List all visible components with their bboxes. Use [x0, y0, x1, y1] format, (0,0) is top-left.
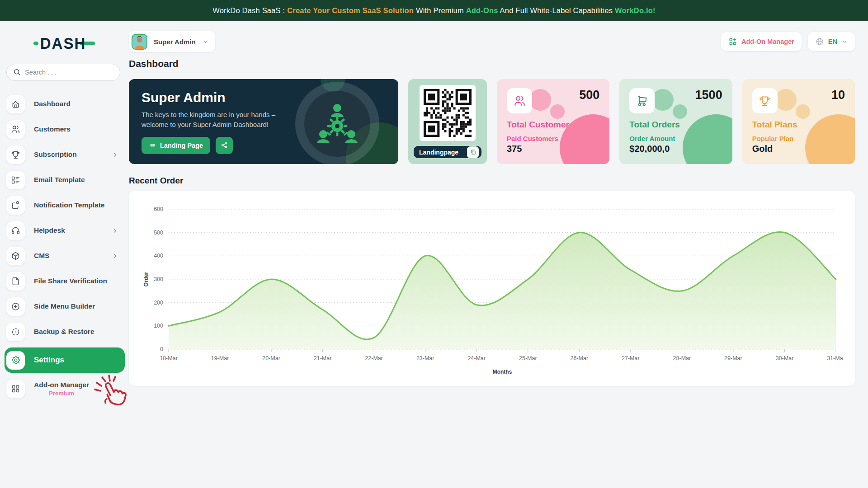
sidebar-item-label: Customers — [34, 125, 125, 133]
dash-logo[interactable]: DASH — [0, 35, 128, 52]
svg-text:200: 200 — [154, 300, 163, 306]
sidebar-item-label: Settings — [34, 356, 125, 365]
notification-icon — [6, 196, 25, 215]
banner-highlight-addons: Add-Ons — [466, 6, 498, 15]
svg-text:100: 100 — [154, 323, 163, 329]
language-selector[interactable]: EN — [808, 32, 855, 51]
click-hand-icon — [93, 374, 131, 412]
svg-text:400: 400 — [154, 253, 163, 259]
chevron-right-icon — [112, 253, 118, 259]
chevron-down-icon — [202, 38, 209, 45]
sidebar-item-side-menu-builder[interactable]: Side Menu Builder — [6, 295, 125, 318]
list-details-icon — [6, 171, 25, 189]
order-area-chart: 010020030040050060018-Mar19-Mar20-Mar21-… — [141, 200, 843, 379]
banner-link-workdo[interactable]: WorkDo.Io! — [615, 6, 656, 15]
sidebar-item-email-template[interactable]: Email Template — [6, 169, 125, 191]
sidebar-item-helpdesk[interactable]: Helpdesk — [6, 219, 125, 242]
sidebar-item-addon-manager[interactable]: Add-on Manager Premium — [6, 377, 125, 400]
chevron-down-icon — [841, 38, 848, 45]
profile-dropdown[interactable]: Super Admin — [129, 31, 215, 52]
logo-accent-dot — [33, 42, 38, 45]
banner-text: And Full White-Label Capabilities — [498, 6, 615, 15]
svg-text:24-Mar: 24-Mar — [467, 355, 486, 361]
search-icon — [13, 68, 22, 77]
banner-text: With Premium — [414, 6, 466, 15]
sidebar-item-label: Add-on Manager — [34, 381, 89, 389]
svg-text:600: 600 — [154, 206, 163, 212]
sidebar-item-file-share-verification[interactable]: File Share Verification — [6, 270, 125, 292]
svg-text:Months: Months — [493, 369, 512, 375]
svg-text:31-Mar: 31-Mar — [827, 355, 843, 361]
decor-circle — [652, 89, 674, 111]
landing-page-qr-card: Landingpage — [408, 79, 487, 164]
svg-text:29-Mar: 29-Mar — [724, 355, 742, 361]
svg-text:Order: Order — [143, 272, 149, 286]
total-orders-card: 1500 Total Orders Order Amount $20,000,0 — [619, 79, 732, 164]
recent-order-chart-card: 010020030040050060018-Mar19-Mar20-Mar21-… — [129, 191, 855, 386]
stat-value: 10 — [831, 88, 845, 102]
globe-icon — [815, 37, 824, 46]
decor-circle — [775, 89, 797, 111]
svg-text:27-Mar: 27-Mar — [622, 355, 640, 361]
total-customers-card: 500 Total Customers Paid Customers 375 — [497, 79, 609, 164]
landingpage-label: Landingpage — [419, 149, 458, 156]
main-content: Super Admin Add-On Manager EN Dashboard … — [128, 21, 868, 488]
sidebar-item-label: File Share Verification — [34, 277, 125, 285]
super-admin-hero-card: Super Admin The keys to the kingdom are … — [129, 79, 398, 164]
circle-plus-icon — [6, 297, 25, 316]
addon-manager-button[interactable]: Add-On Manager — [721, 32, 802, 51]
copy-icon[interactable] — [467, 146, 479, 158]
svg-text:20-Mar: 20-Mar — [262, 355, 280, 361]
gear-icon — [6, 351, 25, 370]
stat-value: 500 — [579, 88, 599, 102]
page-title: Dashboard — [129, 58, 855, 69]
sidebar-item-label: Subscription — [34, 150, 112, 159]
share-button[interactable] — [216, 137, 233, 154]
sidebar-item-label: Helpdesk — [34, 226, 112, 235]
trophy-icon — [6, 145, 25, 164]
svg-text:23-Mar: 23-Mar — [416, 355, 434, 361]
chevron-right-icon — [112, 227, 118, 234]
svg-text:300: 300 — [154, 276, 163, 282]
svg-text:26-Mar: 26-Mar — [571, 355, 589, 361]
sidebar-item-dashboard[interactable]: Dashboard — [6, 93, 125, 115]
grid-icon — [6, 380, 25, 398]
org-chart-icon — [312, 99, 362, 149]
sidebar-item-customers[interactable]: Customers — [6, 118, 125, 141]
landingpage-pill[interactable]: Landingpage — [414, 146, 481, 158]
landing-page-button[interactable]: Landing Page — [142, 137, 210, 154]
sidebar-item-cms[interactable]: CMS — [6, 244, 125, 267]
sidebar-item-label: Backup & Restore — [34, 328, 125, 336]
profile-name: Super Admin — [154, 38, 196, 46]
svg-text:500: 500 — [154, 230, 163, 236]
qr-code — [420, 85, 476, 141]
stat-value: 1500 — [695, 88, 722, 102]
total-plans-card: 10 Total Plans Popular Plan Gold — [742, 79, 855, 164]
sidebar-item-backup-restore[interactable]: Backup & Restore — [6, 320, 125, 343]
svg-text:30-Mar: 30-Mar — [776, 355, 794, 361]
addon-manager-button-label: Add-On Manager — [741, 38, 794, 45]
cube-icon — [6, 247, 25, 265]
trophy-icon — [752, 88, 778, 113]
recent-order-title: Recent Order — [129, 176, 855, 186]
sidebar-item-label: Side Menu Builder — [34, 302, 125, 310]
sidebar-menu: Dashboard Customers Subscription Email T… — [0, 93, 128, 400]
decor-circle — [796, 104, 810, 119]
landing-page-button-label: Landing Page — [160, 142, 203, 149]
svg-text:25-Mar: 25-Mar — [519, 355, 537, 361]
announcement-banner: WorkDo Dash SaaS : Create Your Custom Sa… — [0, 0, 868, 21]
search-input[interactable] — [6, 64, 120, 81]
sidebar-item-subscription[interactable]: Subscription — [6, 143, 125, 166]
sidebar-item-settings[interactable]: Settings — [5, 347, 125, 373]
headset-icon — [6, 221, 25, 240]
users-icon — [507, 88, 532, 113]
decor-circle — [529, 89, 551, 111]
svg-text:0: 0 — [160, 346, 163, 352]
sidebar-item-notification-template[interactable]: Notification Template — [6, 194, 125, 216]
link-icon — [149, 141, 156, 149]
svg-text:18-Mar: 18-Mar — [160, 355, 178, 361]
svg-text:19-Mar: 19-Mar — [211, 355, 229, 361]
sidebar: DASH Dashboard Customers Subscription Em… — [0, 21, 128, 488]
svg-text:28-Mar: 28-Mar — [673, 355, 691, 361]
hero-subtitle: The keys to the kingdom are in your hand… — [142, 110, 291, 130]
